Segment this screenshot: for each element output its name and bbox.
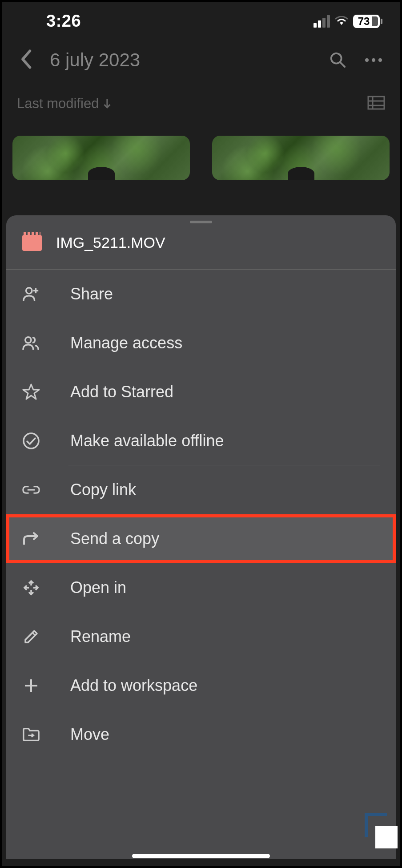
star-icon [22, 383, 40, 401]
battery-icon: 73 [353, 15, 382, 28]
open-in-menu-item[interactable]: Open in [6, 563, 396, 612]
available-offline-menu-item[interactable]: Make available offline [6, 416, 396, 465]
cellular-signal-icon [314, 15, 330, 28]
sort-row: Last modified [2, 85, 400, 122]
add-workspace-menu-item[interactable]: Add to workspace [6, 661, 396, 710]
sheet-header: IMG_5211.MOV [6, 223, 396, 269]
send-arrow-icon [22, 530, 40, 548]
video-file-icon [22, 235, 42, 251]
sort-button[interactable]: Last modified [17, 96, 112, 112]
svg-line-1 [340, 62, 345, 67]
app-header: 6 july 2023 [2, 35, 400, 85]
wifi-icon [334, 15, 349, 28]
send-copy-menu-item[interactable]: Send a copy [6, 514, 396, 563]
manage-access-menu-item[interactable]: Manage access [6, 319, 396, 367]
plus-icon [22, 677, 40, 694]
photo-grid [2, 122, 400, 180]
person-add-icon [22, 285, 40, 303]
folder-move-icon [22, 726, 40, 743]
open-in-icon [22, 579, 40, 597]
rename-menu-item[interactable]: Rename [6, 612, 396, 661]
file-thumbnail[interactable] [212, 136, 390, 180]
add-starred-menu-item[interactable]: Add to Starred [6, 367, 396, 416]
svg-line-17 [32, 633, 35, 635]
phone-frame: 3:26 73 [0, 0, 402, 868]
search-button[interactable] [329, 51, 347, 69]
status-bar: 3:26 73 [2, 2, 400, 35]
status-indicators: 73 [314, 15, 382, 28]
link-icon [22, 481, 40, 499]
view-toggle-button[interactable] [367, 96, 385, 112]
share-menu-item[interactable]: Share [6, 270, 396, 319]
svg-point-10 [25, 337, 31, 343]
status-time: 3:26 [46, 12, 81, 31]
copy-link-menu-item[interactable]: Copy link [6, 465, 396, 514]
svg-point-7 [26, 288, 32, 294]
sheet-filename: IMG_5211.MOV [56, 234, 165, 251]
svg-point-11 [24, 433, 39, 448]
people-icon [22, 334, 40, 352]
back-button[interactable] [20, 48, 32, 72]
file-thumbnail[interactable] [12, 136, 190, 180]
home-indicator[interactable] [132, 854, 270, 858]
svg-rect-3 [368, 97, 384, 109]
more-options-button[interactable] [365, 51, 382, 69]
watermark [365, 813, 398, 848]
move-menu-item[interactable]: Move [6, 710, 396, 759]
pencil-icon [22, 628, 40, 646]
actions-sheet: IMG_5211.MOV Share [6, 215, 396, 859]
offline-icon [22, 432, 40, 450]
folder-title: 6 july 2023 [50, 49, 311, 71]
arrow-down-icon [102, 98, 112, 109]
